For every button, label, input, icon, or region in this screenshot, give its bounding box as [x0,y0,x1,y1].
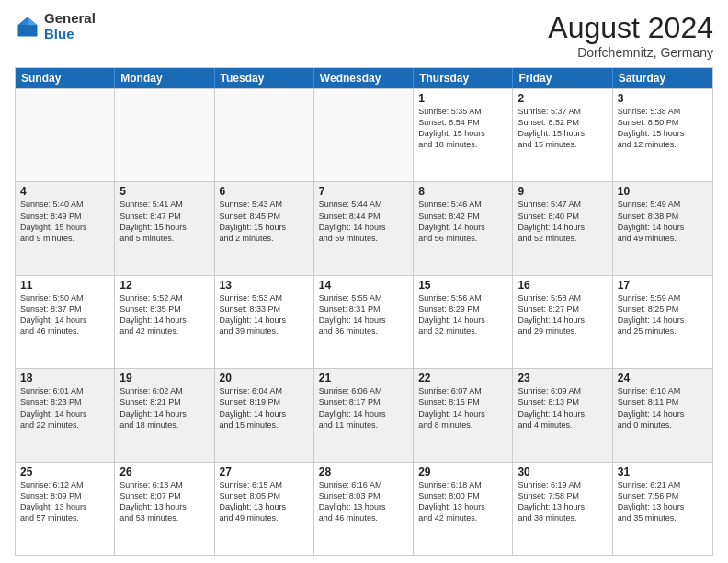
cell-text: Sunrise: 6:07 AM [418,385,507,396]
cell-text: Sunrise: 6:13 AM [119,479,209,490]
cal-row-2: 11Sunrise: 5:50 AMSunset: 8:37 PMDayligh… [16,275,712,368]
cell-text: Sunset: 8:47 PM [119,211,209,222]
cell-text: Sunrise: 6:16 AM [319,479,408,490]
cell-text: Sunset: 8:33 PM [220,304,309,315]
cal-header-monday: Monday [115,68,214,88]
cell-text: Daylight: 14 hours [418,222,507,233]
cell-text: Sunrise: 6:19 AM [518,479,607,490]
cell-text: Sunrise: 6:02 AM [119,385,209,396]
day-number: 27 [220,465,309,478]
cell-text: and 42 minutes. [119,326,209,337]
cell-text: Sunset: 8:38 PM [618,211,708,222]
cell-text: and 46 minutes. [319,512,408,523]
cell-text: Daylight: 14 hours [618,222,708,233]
cell-text: Sunset: 8:52 PM [518,117,607,128]
cell-text: Sunrise: 6:10 AM [618,385,708,396]
cell-text: Sunrise: 5:58 AM [518,293,607,304]
cal-cell: 15Sunrise: 5:56 AMSunset: 8:29 PMDayligh… [414,276,513,368]
cell-text: Sunset: 8:15 PM [418,396,507,408]
cell-text: and 56 minutes. [418,233,507,244]
cal-header-thursday: Thursday [414,68,513,88]
cell-text: Sunset: 8:23 PM [20,396,109,408]
day-number: 7 [319,185,408,198]
cell-text: Daylight: 14 hours [220,315,309,326]
cell-text: Daylight: 13 hours [618,501,708,512]
cal-cell: 27Sunrise: 6:15 AMSunset: 8:05 PMDayligh… [215,463,314,555]
cal-cell: 25Sunrise: 6:12 AMSunset: 8:09 PMDayligh… [16,463,115,555]
cell-text: Sunset: 8:00 PM [418,490,507,501]
cell-text: Sunrise: 5:38 AM [618,106,708,117]
cal-cell: 10Sunrise: 5:49 AMSunset: 8:38 PMDayligh… [613,182,712,274]
day-number: 11 [20,279,109,292]
cell-text: and 5 minutes. [119,233,209,244]
day-number: 26 [119,465,209,478]
cell-text: and 18 minutes. [418,139,507,150]
logo-text: General Blue [44,11,96,41]
cell-text: Sunset: 8:35 PM [119,304,209,315]
cal-header-wednesday: Wednesday [314,68,414,88]
cell-text: and 22 minutes. [20,419,109,431]
cell-text: Daylight: 14 hours [319,222,408,233]
day-number: 2 [518,92,607,105]
cal-cell [314,89,414,181]
cal-cell: 21Sunrise: 6:06 AMSunset: 8:17 PMDayligh… [314,369,414,461]
cell-text: Sunset: 8:13 PM [518,396,607,408]
cell-text: Sunrise: 5:37 AM [518,106,607,117]
cal-cell: 8Sunrise: 5:46 AMSunset: 8:42 PMDaylight… [414,182,513,274]
day-number: 8 [418,185,507,198]
cell-text: Sunset: 7:58 PM [518,490,607,501]
cell-text: Sunrise: 6:18 AM [418,479,507,490]
cal-cell [16,89,115,181]
cell-text: Sunrise: 5:41 AM [119,199,209,210]
cell-text: and 12 minutes. [618,139,708,150]
cell-text: and 46 minutes. [20,326,109,337]
cell-text: Sunset: 8:25 PM [618,304,708,315]
cell-text: Daylight: 14 hours [618,408,708,419]
cell-text: Sunset: 8:49 PM [20,211,109,222]
cell-text: Daylight: 14 hours [418,315,507,326]
cal-cell: 26Sunrise: 6:13 AMSunset: 8:07 PMDayligh… [115,463,214,555]
day-number: 5 [119,185,209,198]
cal-cell: 13Sunrise: 5:53 AMSunset: 8:33 PMDayligh… [215,276,314,368]
calendar-body: 1Sunrise: 5:35 AMSunset: 8:54 PMDaylight… [16,88,712,555]
cell-text: and 49 minutes. [220,512,309,523]
cal-cell: 22Sunrise: 6:07 AMSunset: 8:15 PMDayligh… [414,369,513,461]
cell-text: Daylight: 14 hours [518,315,607,326]
svg-marker-1 [28,17,38,25]
cell-text: Sunset: 8:42 PM [418,211,507,222]
cell-text: and 18 minutes. [119,419,209,431]
cal-header-friday: Friday [513,68,612,88]
cell-text: Sunrise: 6:06 AM [319,385,408,396]
cal-cell [215,89,314,181]
cal-cell: 24Sunrise: 6:10 AMSunset: 8:11 PMDayligh… [613,369,712,461]
cell-text: Sunset: 8:31 PM [319,304,408,315]
cell-text: and 15 minutes. [518,139,607,150]
page: General Blue August 2024 Dorfchemnitz, G… [0,0,728,563]
cell-text: Daylight: 15 hours [618,128,708,139]
cell-text: Sunrise: 6:04 AM [220,385,309,396]
cell-text: Daylight: 13 hours [518,501,607,512]
cell-text: Sunrise: 5:43 AM [220,199,309,210]
cell-text: Sunset: 8:44 PM [319,211,408,222]
cell-text: Sunrise: 6:01 AM [20,385,109,396]
cal-header-sunday: Sunday [16,68,115,88]
cell-text: Sunrise: 5:49 AM [618,199,708,210]
cell-text: and 2 minutes. [220,233,309,244]
cell-text: Sunrise: 5:56 AM [418,293,507,304]
cell-text: Sunset: 8:37 PM [20,304,109,315]
cell-text: Daylight: 14 hours [119,408,209,419]
cal-cell: 4Sunrise: 5:40 AMSunset: 8:49 PMDaylight… [16,182,115,274]
cell-text: Sunset: 8:40 PM [518,211,607,222]
day-number: 30 [518,465,607,478]
cell-text: Sunset: 7:56 PM [618,490,708,501]
day-number: 4 [20,185,109,198]
cal-header-tuesday: Tuesday [215,68,314,88]
cal-cell: 17Sunrise: 5:59 AMSunset: 8:25 PMDayligh… [613,276,712,368]
cell-text: and 52 minutes. [518,233,607,244]
day-number: 9 [518,185,607,198]
cell-text: and 25 minutes. [618,326,708,337]
cell-text: Daylight: 14 hours [319,408,408,419]
cell-text: Sunset: 8:17 PM [319,396,408,408]
cal-row-0: 1Sunrise: 5:35 AMSunset: 8:54 PMDaylight… [16,88,712,181]
cell-text: and 49 minutes. [618,233,708,244]
